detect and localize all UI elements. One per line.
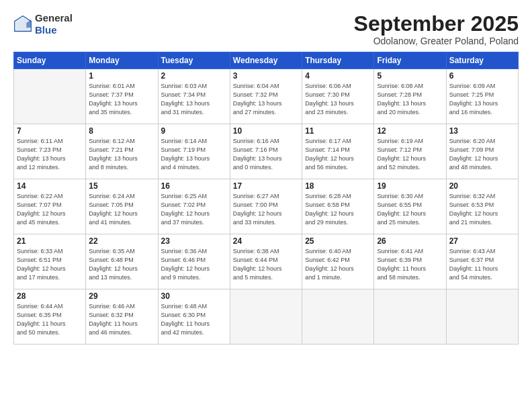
day-detail: Sunrise: 6:14 AM Sunset: 7:19 PM Dayligh…	[161, 137, 227, 172]
day-detail: Sunrise: 6:12 AM Sunset: 7:21 PM Dayligh…	[89, 137, 154, 172]
day-detail: Sunrise: 6:09 AM Sunset: 7:25 PM Dayligh…	[449, 82, 515, 117]
calendar-cell: 18Sunrise: 6:28 AM Sunset: 6:58 PM Dayli…	[302, 179, 374, 234]
calendar-header: SundayMondayTuesdayWednesdayThursdayFrid…	[14, 52, 519, 69]
day-number: 8	[89, 126, 154, 136]
day-detail: Sunrise: 6:28 AM Sunset: 6:58 PM Dayligh…	[305, 192, 371, 227]
calendar-cell: 16Sunrise: 6:25 AM Sunset: 7:02 PM Dayli…	[158, 179, 230, 234]
logo-blue: Blue	[35, 24, 73, 36]
calendar-cell: 25Sunrise: 6:40 AM Sunset: 6:42 PM Dayli…	[302, 234, 374, 289]
header: General Blue September 2025 Odolanow, Gr…	[13, 12, 519, 46]
day-detail: Sunrise: 6:20 AM Sunset: 7:09 PM Dayligh…	[449, 137, 515, 172]
day-number: 14	[17, 181, 83, 191]
day-detail: Sunrise: 6:04 AM Sunset: 7:32 PM Dayligh…	[233, 82, 299, 117]
header-cell-saturday: Saturday	[446, 52, 518, 69]
calendar-cell: 7Sunrise: 6:11 AM Sunset: 7:23 PM Daylig…	[14, 124, 86, 179]
day-detail: Sunrise: 6:08 AM Sunset: 7:28 PM Dayligh…	[377, 82, 443, 117]
day-detail: Sunrise: 6:41 AM Sunset: 6:39 PM Dayligh…	[377, 247, 443, 282]
header-cell-sunday: Sunday	[14, 52, 86, 69]
calendar-cell: 17Sunrise: 6:27 AM Sunset: 7:00 PM Dayli…	[230, 179, 302, 234]
day-number: 20	[449, 181, 515, 191]
week-row-3: 21Sunrise: 6:33 AM Sunset: 6:51 PM Dayli…	[14, 234, 519, 289]
calendar-cell: 26Sunrise: 6:41 AM Sunset: 6:39 PM Dayli…	[374, 234, 446, 289]
calendar-cell: 5Sunrise: 6:08 AM Sunset: 7:28 PM Daylig…	[374, 69, 446, 124]
day-detail: Sunrise: 6:32 AM Sunset: 6:53 PM Dayligh…	[449, 192, 515, 227]
day-detail: Sunrise: 6:16 AM Sunset: 7:16 PM Dayligh…	[233, 137, 299, 172]
logo-general: General	[35, 12, 73, 24]
header-cell-monday: Monday	[86, 52, 158, 69]
day-number: 1	[89, 71, 154, 81]
calendar-cell: 12Sunrise: 6:19 AM Sunset: 7:12 PM Dayli…	[374, 124, 446, 179]
day-number: 21	[17, 236, 83, 246]
day-number: 7	[17, 126, 83, 136]
day-number: 6	[449, 71, 515, 81]
header-row: SundayMondayTuesdayWednesdayThursdayFrid…	[14, 52, 519, 69]
calendar-cell: 19Sunrise: 6:30 AM Sunset: 6:55 PM Dayli…	[374, 179, 446, 234]
day-number: 26	[377, 236, 443, 246]
header-cell-tuesday: Tuesday	[158, 52, 230, 69]
day-number: 23	[161, 236, 227, 246]
calendar-cell	[14, 69, 86, 124]
calendar-cell: 10Sunrise: 6:16 AM Sunset: 7:16 PM Dayli…	[230, 124, 302, 179]
day-number: 9	[161, 126, 227, 136]
day-number: 3	[233, 71, 299, 81]
calendar-cell	[446, 289, 518, 345]
calendar-body: 1Sunrise: 6:01 AM Sunset: 7:37 PM Daylig…	[14, 69, 519, 345]
calendar-cell: 20Sunrise: 6:32 AM Sunset: 6:53 PM Dayli…	[446, 179, 518, 234]
day-number: 18	[305, 181, 371, 191]
calendar-cell: 27Sunrise: 6:43 AM Sunset: 6:37 PM Dayli…	[446, 234, 518, 289]
day-number: 24	[233, 236, 299, 246]
day-detail: Sunrise: 6:01 AM Sunset: 7:37 PM Dayligh…	[89, 82, 154, 117]
day-detail: Sunrise: 6:46 AM Sunset: 6:32 PM Dayligh…	[89, 302, 154, 337]
calendar-cell: 2Sunrise: 6:03 AM Sunset: 7:34 PM Daylig…	[158, 69, 230, 124]
calendar-cell	[302, 289, 374, 345]
day-number: 12	[377, 126, 443, 136]
day-detail: Sunrise: 6:22 AM Sunset: 7:07 PM Dayligh…	[17, 192, 83, 227]
calendar-cell: 14Sunrise: 6:22 AM Sunset: 7:07 PM Dayli…	[14, 179, 86, 234]
calendar-cell: 21Sunrise: 6:33 AM Sunset: 6:51 PM Dayli…	[14, 234, 86, 289]
calendar-table: SundayMondayTuesdayWednesdayThursdayFrid…	[13, 52, 519, 345]
month-title: September 2025	[354, 12, 519, 36]
week-row-4: 28Sunrise: 6:44 AM Sunset: 6:35 PM Dayli…	[14, 289, 519, 345]
day-detail: Sunrise: 6:44 AM Sunset: 6:35 PM Dayligh…	[17, 302, 83, 337]
calendar-cell: 9Sunrise: 6:14 AM Sunset: 7:19 PM Daylig…	[158, 124, 230, 179]
calendar-cell: 8Sunrise: 6:12 AM Sunset: 7:21 PM Daylig…	[86, 124, 158, 179]
day-number: 19	[377, 181, 443, 191]
title-block: September 2025 Odolanow, Greater Poland,…	[354, 12, 519, 46]
week-row-1: 7Sunrise: 6:11 AM Sunset: 7:23 PM Daylig…	[14, 124, 519, 179]
day-number: 28	[17, 291, 83, 301]
day-detail: Sunrise: 6:25 AM Sunset: 7:02 PM Dayligh…	[161, 192, 227, 227]
calendar-cell: 15Sunrise: 6:24 AM Sunset: 7:05 PM Dayli…	[86, 179, 158, 234]
calendar-cell: 24Sunrise: 6:38 AM Sunset: 6:44 PM Dayli…	[230, 234, 302, 289]
calendar-cell: 3Sunrise: 6:04 AM Sunset: 7:32 PM Daylig…	[230, 69, 302, 124]
day-detail: Sunrise: 6:19 AM Sunset: 7:12 PM Dayligh…	[377, 137, 443, 172]
calendar-cell: 29Sunrise: 6:46 AM Sunset: 6:32 PM Dayli…	[86, 289, 158, 345]
day-number: 25	[305, 236, 371, 246]
day-detail: Sunrise: 6:24 AM Sunset: 7:05 PM Dayligh…	[89, 192, 154, 227]
calendar-cell: 6Sunrise: 6:09 AM Sunset: 7:25 PM Daylig…	[446, 69, 518, 124]
day-number: 15	[89, 181, 154, 191]
day-number: 13	[449, 126, 515, 136]
day-number: 17	[233, 181, 299, 191]
calendar-cell: 4Sunrise: 6:06 AM Sunset: 7:30 PM Daylig…	[302, 69, 374, 124]
day-number: 11	[305, 126, 371, 136]
day-detail: Sunrise: 6:33 AM Sunset: 6:51 PM Dayligh…	[17, 247, 83, 282]
logo-text: General Blue	[35, 12, 73, 36]
header-cell-wednesday: Wednesday	[230, 52, 302, 69]
day-detail: Sunrise: 6:17 AM Sunset: 7:14 PM Dayligh…	[305, 137, 371, 172]
day-number: 10	[233, 126, 299, 136]
day-detail: Sunrise: 6:48 AM Sunset: 6:30 PM Dayligh…	[161, 302, 227, 337]
header-cell-friday: Friday	[374, 52, 446, 69]
day-number: 2	[161, 71, 227, 81]
location-subtitle: Odolanow, Greater Poland, Poland	[354, 36, 519, 46]
day-detail: Sunrise: 6:38 AM Sunset: 6:44 PM Dayligh…	[233, 247, 299, 282]
page: General Blue September 2025 Odolanow, Gr…	[0, 0, 532, 411]
day-detail: Sunrise: 6:36 AM Sunset: 6:46 PM Dayligh…	[161, 247, 227, 282]
day-number: 27	[449, 236, 515, 246]
day-detail: Sunrise: 6:40 AM Sunset: 6:42 PM Dayligh…	[305, 247, 371, 282]
calendar-cell: 28Sunrise: 6:44 AM Sunset: 6:35 PM Dayli…	[14, 289, 86, 345]
day-number: 29	[89, 291, 154, 301]
calendar-cell	[374, 289, 446, 345]
day-number: 22	[89, 236, 154, 246]
day-number: 16	[161, 181, 227, 191]
week-row-2: 14Sunrise: 6:22 AM Sunset: 7:07 PM Dayli…	[14, 179, 519, 234]
